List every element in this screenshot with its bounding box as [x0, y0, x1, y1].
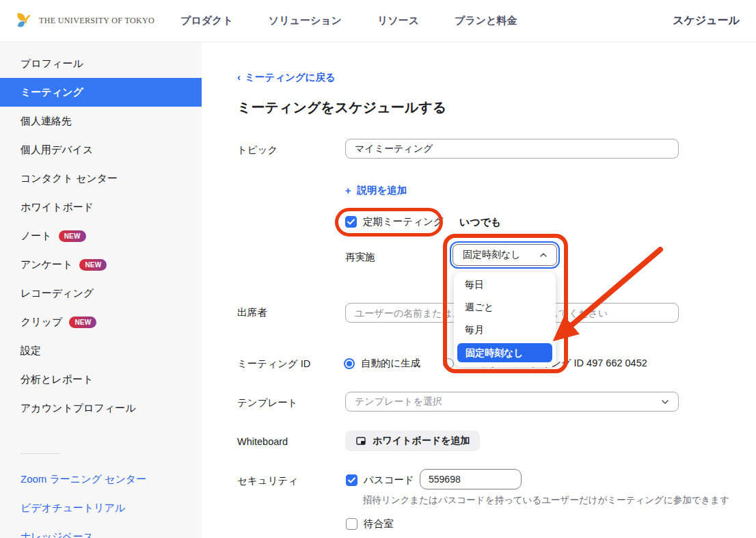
sidebar-item-contact-center[interactable]: コンタクト センター [0, 164, 202, 193]
zoom-schedule-page: THE UNIVERSITY OF TOKYO プロダクト ソリューション リソ… [0, 0, 756, 538]
sidebar-link-knowledge-base[interactable]: ナレッジベース [0, 522, 202, 538]
chevron-down-icon [660, 397, 670, 407]
recurrence-select[interactable]: 固定時刻なし [453, 244, 557, 266]
topic-input[interactable] [345, 139, 679, 159]
sidebar-item-notes[interactable]: ノートNEW [0, 221, 202, 250]
new-badge: NEW [79, 259, 107, 271]
template-select[interactable]: テンプレートを選択 [345, 392, 679, 412]
meeting-id-label: ミーティング ID [237, 358, 310, 371]
sidebar-item-whiteboard[interactable]: ホワイトボード [0, 193, 202, 221]
template-label: テンプレート [237, 396, 298, 409]
radio-selected-icon[interactable] [344, 358, 355, 369]
chevron-up-icon [539, 250, 548, 260]
page-title: ミーティングをスケジュールする [237, 98, 446, 117]
new-badge: NEW [59, 230, 86, 242]
recurrence-dropdown-menu: 毎日 週ごと 毎月 固定時刻なし [454, 272, 556, 367]
sidebar-link-video-tutorials[interactable]: ビデオチュートリアル [0, 494, 202, 522]
menu-option-weekly[interactable]: 週ごと [454, 296, 556, 319]
anytime-text: いつでも [459, 216, 501, 229]
recurring-meeting-checkbox[interactable]: 定期ミーティング [345, 215, 444, 228]
sidebar-item-profile[interactable]: プロフィール [0, 49, 202, 78]
topic-label: トピック [237, 144, 278, 157]
add-description-link[interactable]: + 説明を追加 [345, 184, 407, 197]
add-whiteboard-button[interactable]: ホワイトボードを追加 [345, 431, 480, 451]
sidebar-item-personal-devices[interactable]: 個人用デバイス [0, 135, 202, 164]
nav-solutions[interactable]: ソリューション [269, 14, 342, 27]
utokyo-ginkgo-icon [15, 12, 34, 31]
sidebar-item-meetings[interactable]: ミーティング [0, 78, 202, 107]
template-placeholder: テンプレートを選択 [355, 396, 660, 408]
sidebar-item-reports[interactable]: 分析とレポート [0, 365, 202, 394]
menu-option-daily[interactable]: 毎日 [454, 273, 556, 296]
back-to-meetings-link[interactable]: ‹ ミーティングに戻る [237, 71, 336, 84]
sidebar-item-account-profile[interactable]: アカウントプロフィール [0, 394, 202, 422]
top-header: THE UNIVERSITY OF TOKYO プロダクト ソリューション リソ… [0, 0, 756, 42]
logo-text: THE UNIVERSITY OF TOKYO [39, 16, 154, 26]
checkbox-checked-icon[interactable] [345, 216, 357, 228]
sidebar-link-learning-center[interactable]: Zoom ラーニング センター [0, 465, 202, 494]
whiteboard-label: Whiteboard [237, 436, 288, 447]
plus-icon: + [345, 185, 351, 196]
checkbox-checked-icon[interactable] [346, 474, 357, 486]
nav-resources[interactable]: リソース [377, 14, 419, 27]
recurrence-label: 再実施 [345, 251, 375, 264]
sidebar-item-settings[interactable]: 設定 [0, 336, 202, 365]
sidebar-item-personal-contacts[interactable]: 個人連絡先 [0, 107, 202, 135]
sidebar: プロフィール ミーティング 個人連絡先 個人用デバイス コンタクト センター ホ… [0, 42, 202, 538]
passcode-checkbox[interactable]: パスコード [346, 474, 414, 487]
sidebar-divider [21, 453, 60, 454]
checkbox-unchecked-icon[interactable] [346, 518, 357, 530]
nav-products[interactable]: プロダクト [180, 14, 233, 27]
waiting-room-checkbox[interactable]: 待合室 [346, 517, 394, 530]
passcode-input[interactable] [420, 469, 522, 489]
sidebar-item-surveys[interactable]: アンケートNEW [0, 250, 202, 279]
meeting-id-auto-radio[interactable]: 自動的に生成 [344, 357, 420, 370]
menu-option-monthly[interactable]: 毎月 [454, 319, 556, 341]
nav-plans-pricing[interactable]: プランと料金 [455, 14, 517, 27]
new-badge: NEW [69, 317, 96, 328]
radio-unselected-icon[interactable] [443, 358, 454, 369]
whiteboard-icon [355, 435, 366, 446]
security-label: セキュリティ [237, 474, 298, 487]
attendees-label: 出席者 [237, 306, 267, 319]
sidebar-item-clips[interactable]: クリップNEW [0, 308, 202, 336]
main-content: ‹ ミーティングに戻る ミーティングをスケジュールする トピック + 説明を追加… [202, 42, 756, 538]
back-chevron-icon: ‹ [237, 71, 241, 83]
schedule-link[interactable]: スケジュール [673, 14, 740, 28]
recurrence-selected-value: 固定時刻なし [463, 249, 539, 261]
utokyo-logo[interactable]: THE UNIVERSITY OF TOKYO [15, 12, 154, 31]
main-nav: プロダクト ソリューション リソース プランと料金 [180, 14, 517, 27]
menu-option-no-fixed-time[interactable]: 固定時刻なし [457, 343, 552, 362]
sidebar-item-recordings[interactable]: レコーディング [0, 279, 202, 308]
passcode-help-text: 招待リンクまたはパスコードを持っているユーザーだけがミーティングに参加できます [363, 494, 729, 507]
